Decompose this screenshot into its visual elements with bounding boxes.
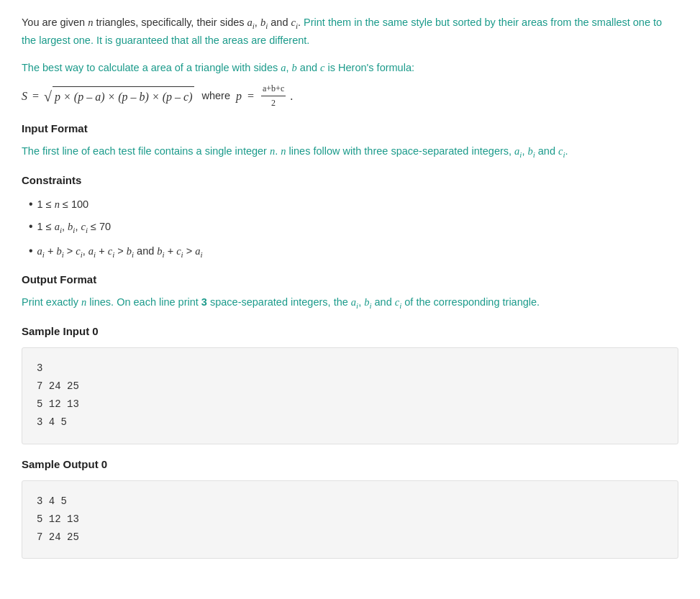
sample-output-line-3: 7 24 25	[37, 529, 663, 547]
sample-input-line-1: 3	[37, 360, 663, 378]
sample-input-line-3: 5 12 13	[37, 395, 663, 413]
math-n: n	[88, 17, 93, 28]
constraints-section: Constraints 1 ≤ n ≤ 100 1 ≤ ai, bi, ci ≤…	[22, 172, 678, 262]
sample-input-section: Sample Input 0 3 7 24 25 5 12 13 3 4 5	[22, 323, 678, 444]
constraint-2-text: 1 ≤ ai, bi, ci ≤ 70	[37, 219, 112, 237]
sample-output-heading: Sample Output 0	[22, 456, 678, 473]
sqrt-expression: √ p × (p – a) × (p – b) × (p – c)	[44, 86, 194, 106]
output-format-heading: Output Format	[22, 271, 678, 288]
fraction-denominator: 2	[270, 96, 277, 110]
constraint-item-3: ai + bi > ci, ai + ci > bi and bi + ci >…	[29, 242, 678, 261]
math-ai: ai	[247, 17, 255, 28]
intro-paragraph: You are given n triangles, specifically,…	[22, 14, 678, 50]
output-format-section: Output Format Print exactly n lines. On …	[22, 271, 678, 312]
sample-input-line-2: 7 24 25	[37, 378, 663, 395]
p-var: p	[236, 87, 242, 106]
constraint-3-text: ai + bi > ci, ai + ci > bi and bi + ci >…	[37, 243, 203, 261]
input-format-section: Input Format The first line of each test…	[22, 120, 678, 161]
constraint-1-text: 1 ≤ n ≤ 100	[37, 196, 89, 213]
herons-intro: The best way to calculate a area of a tr…	[22, 60, 678, 76]
constraint-item-2: 1 ≤ ai, bi, ci ≤ 70	[29, 217, 678, 237]
constraint-item-1: 1 ≤ n ≤ 100	[29, 195, 678, 214]
sqrt-symbol: √	[44, 89, 52, 104]
p-equals: =	[247, 87, 254, 106]
input-format-description: The first line of each test file contain…	[22, 143, 678, 161]
sqrt-content: p × (p – a) × (p – b) × (p – c)	[53, 86, 194, 106]
formula-line: S = √ p × (p – a) × (p – b) × (p – c) wh…	[22, 82, 678, 110]
sample-output-section: Sample Output 0 3 4 5 5 12 13 7 24 25	[22, 456, 678, 559]
math-bi: bi	[260, 17, 268, 28]
input-format-heading: Input Format	[22, 120, 678, 137]
sample-output-block: 3 4 5 5 12 13 7 24 25	[22, 480, 678, 559]
where-word: where	[201, 88, 230, 104]
p-fraction: a+b+c 2	[261, 82, 286, 110]
sample-output-line-2: 5 12 13	[37, 511, 663, 529]
output-format-description: Print exactly n lines. On each line prin…	[22, 294, 678, 312]
intro-section: You are given n triangles, specifically,…	[22, 14, 678, 50]
print-instruction: Print them in the same style but sorted …	[22, 17, 662, 46]
formula-S: S	[22, 87, 27, 106]
constraints-list: 1 ≤ n ≤ 100 1 ≤ ai, bi, ci ≤ 70 ai + bi …	[22, 195, 678, 262]
fraction-numerator: a+b+c	[261, 82, 286, 96]
math-ci: ci	[291, 17, 298, 28]
sample-input-line-4: 3 4 5	[37, 413, 663, 431]
constraints-heading: Constraints	[22, 172, 678, 189]
formula-equals: =	[32, 87, 39, 106]
sample-input-heading: Sample Input 0	[22, 323, 678, 340]
formula-period: .	[290, 87, 293, 106]
sample-input-block: 3 7 24 25 5 12 13 3 4 5	[22, 347, 678, 444]
sample-output-line-1: 3 4 5	[37, 493, 663, 511]
herons-intro-section: The best way to calculate a area of a tr…	[22, 60, 678, 111]
